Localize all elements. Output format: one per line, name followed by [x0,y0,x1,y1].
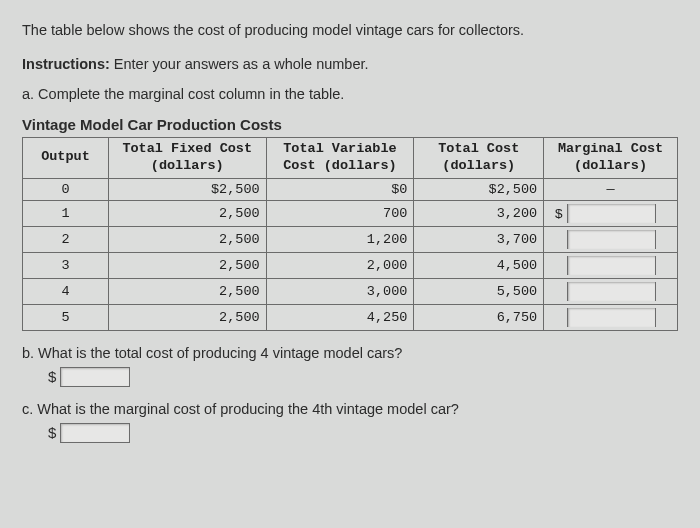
mc-input-row3[interactable] [568,256,655,275]
table-header-row: Output Total Fixed Cost (dollars) Total … [23,137,678,178]
cell-tc: 5,500 [414,278,544,304]
cell-tfc: 2,500 [108,304,266,330]
mc-dollar-sign [550,256,568,275]
cell-tfc: 2,500 [108,200,266,226]
cell-tvc: 2,000 [266,252,414,278]
table-row: 5 2,500 4,250 6,750 [23,304,678,330]
cell-tvc: 700 [266,200,414,226]
cell-tvc: 3,000 [266,278,414,304]
header-tc: Total Cost (dollars) [414,137,544,178]
instructions-text: Enter your answers as a whole number. [110,56,369,72]
cell-tfc: 2,500 [108,226,266,252]
cell-tfc: $2,500 [108,178,266,200]
mc-input-row1[interactable] [568,204,655,223]
part-b-answer-line: $ [22,367,678,387]
dollar-sign: $ [48,424,56,441]
mc-dollar-sign [550,308,568,327]
table-title: Vintage Model Car Production Costs [22,116,678,133]
header-mc: Marginal Cost (dollars) [544,137,678,178]
mc-input-row5[interactable] [568,308,655,327]
mc-tick-box [655,230,671,249]
part-a-text: a. Complete the marginal cost column in … [22,86,678,102]
cell-tc: 4,500 [414,252,544,278]
cell-mc [544,278,678,304]
cell-tfc: 2,500 [108,252,266,278]
part-c-text: c. What is the marginal cost of producin… [22,401,678,417]
cell-tc: 3,200 [414,200,544,226]
mc-tick-box [655,282,671,301]
mc-dollar-sign [550,282,568,301]
cell-mc-dash: — [544,178,678,200]
cell-output: 2 [23,226,109,252]
cell-tc: 3,700 [414,226,544,252]
dollar-sign: $ [48,368,56,385]
mc-tick-box [655,308,671,327]
part-c-input[interactable] [60,423,130,443]
part-c-answer-line: $ [22,423,678,443]
header-output: Output [23,137,109,178]
cell-output: 5 [23,304,109,330]
instructions-line: Instructions: Enter your answers as a wh… [22,56,678,72]
header-tvc: Total Variable Cost (dollars) [266,137,414,178]
table-row: 0 $2,500 $0 $2,500 — [23,178,678,200]
cell-mc [544,304,678,330]
mc-tick-box [655,204,671,223]
mc-dollar-sign [550,230,568,249]
cell-tvc: 1,200 [266,226,414,252]
cell-tvc: $0 [266,178,414,200]
cell-mc [544,252,678,278]
table-row: 2 2,500 1,200 3,700 [23,226,678,252]
cell-output: 3 [23,252,109,278]
table-row: 3 2,500 2,000 4,500 [23,252,678,278]
cell-output: 1 [23,200,109,226]
mc-input-row2[interactable] [568,230,655,249]
mc-tick-box [655,256,671,275]
intro-text: The table below shows the cost of produc… [22,20,678,42]
cell-tc: $2,500 [414,178,544,200]
production-cost-table: Output Total Fixed Cost (dollars) Total … [22,137,678,331]
part-b-text: b. What is the total cost of producing 4… [22,345,678,361]
cell-tvc: 4,250 [266,304,414,330]
cell-mc: $ [544,200,678,226]
cell-tc: 6,750 [414,304,544,330]
instructions-label: Instructions: [22,56,110,72]
table-row: 4 2,500 3,000 5,500 [23,278,678,304]
cell-tfc: 2,500 [108,278,266,304]
cell-mc [544,226,678,252]
cell-output: 0 [23,178,109,200]
header-tfc: Total Fixed Cost (dollars) [108,137,266,178]
mc-input-row4[interactable] [568,282,655,301]
part-b-input[interactable] [60,367,130,387]
table-row: 1 2,500 700 3,200 $ [23,200,678,226]
mc-dollar-sign: $ [550,204,568,223]
cell-output: 4 [23,278,109,304]
